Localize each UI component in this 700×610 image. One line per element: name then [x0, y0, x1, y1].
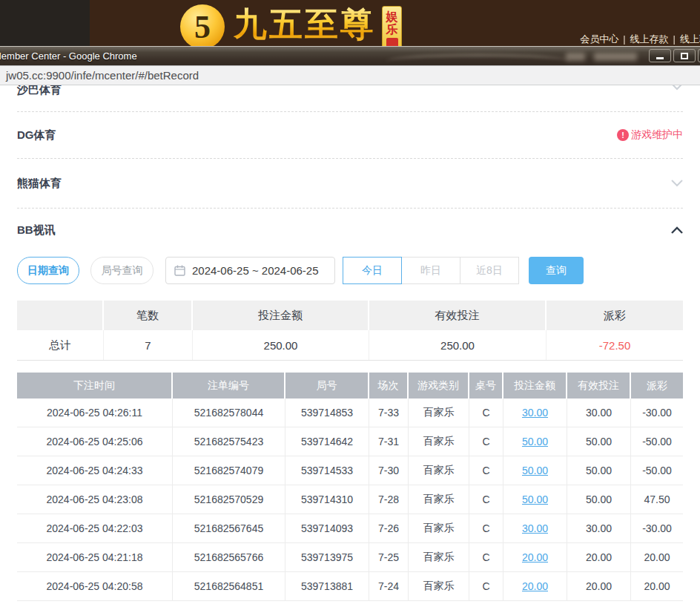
bet-amount-link[interactable]: 50.00: [522, 436, 548, 447]
maximize-icon: [681, 53, 688, 59]
session-cell: 7-25: [369, 543, 409, 571]
session-cell: 7-26: [369, 514, 409, 542]
summary-header-count: 笔数: [104, 301, 193, 330]
summary-table: 笔数 投注金额 有效投注 派彩 总计 7 250.00 250.00 -72.5…: [17, 301, 683, 361]
section-label: 沙巴体育: [17, 85, 62, 97]
table-row: 2024-06-25 04:24:33521682574079539714533…: [17, 456, 683, 485]
valid-bet-cell: 20.00: [567, 543, 631, 571]
slip-number-cell: 521682567645: [173, 514, 285, 542]
bet-time-cell: 2024-06-25 04:26:11: [17, 399, 173, 427]
bet-amount-link[interactable]: 50.00: [522, 493, 548, 505]
section-label: DG体育: [17, 128, 56, 142]
chevron-down-icon[interactable]: [671, 180, 683, 187]
round-number-cell: 539714533: [285, 456, 369, 485]
section-dg-sports[interactable]: DG体育 ! 游戏维护中: [17, 112, 683, 159]
summary-header-payout: 派彩: [547, 301, 683, 330]
section-bb-video[interactable]: BB视讯: [17, 209, 683, 252]
nav-separator: |: [673, 33, 676, 45]
background-window-corner: [0, 0, 90, 46]
bet-time-cell: 2024-06-25 04:23:08: [17, 485, 173, 514]
search-button[interactable]: 查询: [529, 257, 584, 284]
valid-bet-cell: 30.00: [567, 514, 631, 542]
bet-amount-link[interactable]: 30.00: [522, 407, 548, 419]
total-bet-amount: 250.00: [193, 330, 369, 360]
section-panda-sports[interactable]: 熊猫体育: [17, 159, 683, 209]
minimize-button[interactable]: [649, 49, 671, 62]
bet-time-cell: 2024-06-25 04:25:06: [17, 427, 173, 456]
valid-bet-cell: 20.00: [567, 572, 631, 600]
date-range-picker[interactable]: 2024-06-25 ~ 2024-06-25: [165, 257, 335, 284]
table-number-cell: C: [469, 485, 503, 514]
chevron-up-icon[interactable]: [671, 226, 683, 235]
yesterday-button[interactable]: 昨日: [401, 257, 460, 284]
blurred-user-info: [566, 53, 585, 61]
chevron-down-icon[interactable]: [671, 85, 683, 91]
column-header-payout: 派彩: [631, 373, 683, 399]
bet-amount-cell: 20.00: [503, 543, 567, 571]
bet-amount-link[interactable]: 20.00: [522, 580, 548, 592]
valid-bet-cell: 30.00: [567, 399, 631, 427]
slip-number-cell: 521682574079: [173, 456, 285, 485]
maximize-button[interactable]: [673, 49, 696, 62]
maintenance-notice: ! 游戏维护中: [617, 128, 683, 142]
round-query-tab[interactable]: 局号查询: [90, 257, 153, 284]
summary-total-row: 总计 7 250.00 250.00 -72.50: [17, 330, 683, 360]
nav-online-withdraw[interactable]: 线上取: [680, 33, 700, 45]
session-cell: 7-31: [369, 427, 409, 456]
payout-cell: 20.00: [631, 572, 683, 600]
today-button[interactable]: 今日: [343, 257, 402, 284]
section-saba-sports[interactable]: 沙巴体育: [17, 85, 683, 112]
summary-header-empty: [17, 301, 104, 330]
summary-header-valid-bet: 有效投注: [369, 301, 547, 330]
bet-amount-link[interactable]: 20.00: [522, 551, 548, 563]
bet-table-body: 2024-06-25 04:26:11521682578044539714853…: [17, 399, 683, 601]
slip-number-cell: 521682570529: [173, 485, 285, 514]
address-bar[interactable]: jw05.cc:9900/infe/mcenter/#/betRecord: [0, 65, 700, 85]
nav-online-deposit[interactable]: 线上存款: [630, 33, 669, 45]
filter-bar: 日期查询 局号查询 2024-06-25 ~ 2024-06-25 今日 昨日 …: [17, 257, 683, 284]
table-number-cell: C: [469, 514, 503, 542]
round-number-cell: 539714093: [285, 514, 369, 542]
summary-header-row: 笔数 投注金额 有效投注 派彩: [17, 301, 683, 330]
table-number-cell: C: [469, 427, 503, 456]
table-row: 2024-06-25 04:21:18521682565766539713975…: [17, 543, 683, 572]
payout-cell: 20.00: [631, 543, 683, 571]
total-payout: -72.50: [547, 330, 683, 360]
column-header-round-number: 局号: [285, 373, 369, 399]
bet-table-header-row: 下注时间注单编号局号场次游戏类别桌号投注金额有效投注派彩: [17, 373, 683, 399]
bet-amount-cell: 50.00: [503, 427, 567, 456]
game-type-cell: 百家乐: [409, 427, 469, 456]
bet-amount-link[interactable]: 50.00: [522, 465, 548, 476]
table-number-cell: C: [469, 572, 503, 600]
last-8-days-button[interactable]: 近8日: [460, 257, 519, 284]
payout-cell: -50.00: [631, 456, 683, 485]
session-cell: 7-33: [369, 399, 409, 427]
total-count: 7: [104, 330, 193, 360]
bet-amount-cell: 20.00: [503, 572, 567, 600]
total-valid-bet: 250.00: [369, 330, 547, 360]
logo-circle-icon: 5: [180, 4, 225, 49]
entertainment-badge: 娱乐: [382, 6, 402, 51]
valid-bet-cell: 50.00: [567, 427, 631, 456]
bet-amount-link[interactable]: 30.00: [522, 522, 548, 534]
nav-member-center[interactable]: 会员中心: [580, 33, 618, 45]
table-row: 2024-06-25 04:23:08521682570529539714310…: [17, 485, 683, 514]
page-url: jw05.cc:9900/infe/mcenter/#/betRecord: [6, 69, 199, 82]
session-cell: 7-24: [369, 572, 409, 600]
table-row: 2024-06-25 04:26:11521682578044539714853…: [17, 399, 683, 427]
date-query-tab[interactable]: 日期查询: [17, 257, 79, 284]
valid-bet-cell: 50.00: [567, 485, 631, 514]
brand-title: 九五至尊: [234, 0, 376, 49]
game-type-cell: 百家乐: [409, 456, 469, 485]
browser-titlebar[interactable]: Member Center - Google Chrome ✕: [0, 46, 700, 65]
section-label: 熊猫体育: [17, 177, 62, 191]
round-number-cell: 539713975: [285, 543, 369, 571]
date-range-value: 2024-06-25 ~ 2024-06-25: [192, 264, 319, 277]
round-number-cell: 539714853: [285, 399, 369, 427]
game-type-cell: 百家乐: [409, 399, 469, 427]
top-nav: 会员中心|线上存款|线上取: [580, 33, 700, 46]
table-row: 2024-06-25 04:25:06521682575423539714642…: [17, 427, 683, 456]
section-label: BB视讯: [17, 223, 56, 237]
exclamation-icon: !: [617, 129, 629, 141]
blurred-user-info: [594, 53, 637, 61]
